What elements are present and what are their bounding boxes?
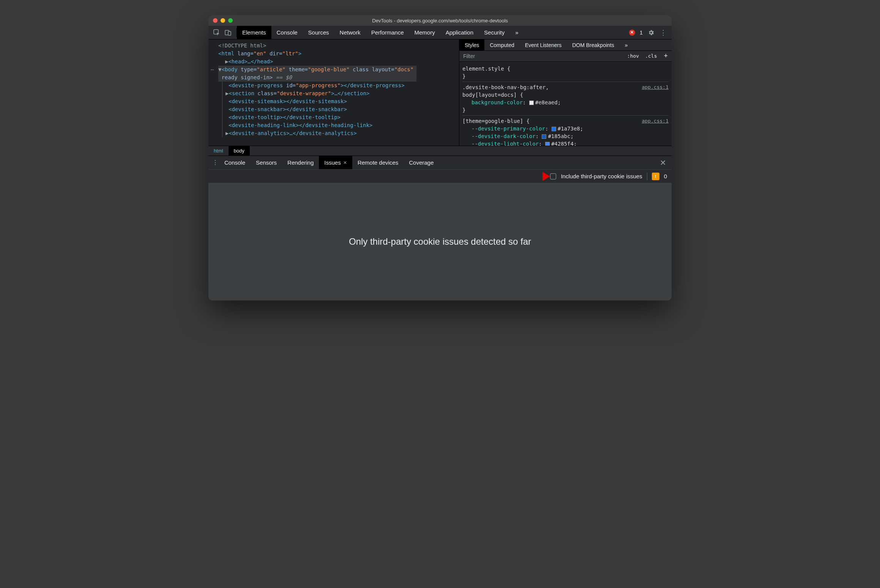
subtab-computed[interactable]: Computed	[484, 39, 520, 50]
titlebar: DevTools - developers.google.com/web/too…	[208, 15, 672, 26]
elements-panel: <!DOCTYPE html> <html lang="en" dir="ltr…	[208, 39, 672, 146]
style-rules[interactable]: element.style {} app.css:1 .devsite-book…	[459, 62, 672, 146]
close-drawer-icon[interactable]: ✕	[658, 158, 669, 167]
style-rule[interactable]: element.style {}	[462, 63, 669, 82]
subtab-styles[interactable]: Styles	[459, 39, 484, 50]
source-link[interactable]: app.css:1	[642, 83, 669, 91]
include-third-party-label[interactable]: Include third-party cookie issues	[561, 173, 642, 179]
dom-doctype[interactable]: <!DOCTYPE html>	[218, 42, 266, 49]
error-badge-icon[interactable]: ✕	[629, 30, 635, 36]
tab-security[interactable]: Security	[479, 26, 510, 39]
drawer-tab-coverage[interactable]: Coverage	[404, 156, 439, 169]
device-toggle-icon[interactable]	[224, 29, 232, 36]
tab-sources[interactable]: Sources	[303, 26, 334, 39]
drawer-tab-bar: ⋮ Console Sensors Rendering Issues✕ Remo…	[208, 156, 672, 169]
window-title: DevTools - developers.google.com/web/too…	[208, 18, 672, 24]
drawer-tab-remote-devices[interactable]: Remote devices	[352, 156, 404, 169]
drawer-tab-console[interactable]: Console	[219, 156, 251, 169]
issues-toolbar: Include third-party cookie issues ! 0	[208, 169, 672, 183]
main-tab-bar: Elements Console Sources Network Perform…	[208, 26, 672, 39]
include-third-party-checkbox[interactable]	[550, 173, 556, 179]
close-tab-icon[interactable]: ✕	[343, 160, 347, 165]
issues-empty-message: Only third-party cookie issues detected …	[349, 236, 531, 247]
style-rule[interactable]: app.css:1 .devsite-book-nav-bg:after, bo…	[462, 82, 669, 116]
dom-node[interactable]: <devsite-snackbar></devsite-snackbar>	[229, 106, 347, 112]
source-link[interactable]: app.css:1	[642, 117, 669, 125]
dom-node[interactable]: <devsite-sitemask></devsite-sitemask>	[229, 98, 347, 104]
tab-network[interactable]: Network	[334, 26, 366, 39]
warning-icon[interactable]: !	[652, 173, 659, 180]
tab-memory[interactable]: Memory	[409, 26, 440, 39]
styles-filter-row: Filter :hov .cls +	[459, 51, 672, 61]
drawer-tab-rendering[interactable]: Rendering	[282, 156, 319, 169]
dom-node[interactable]: <devsite-tooltip></devsite-tooltip>	[229, 114, 341, 120]
style-rule[interactable]: app.css:1 [theme=google-blue] { --devsit…	[462, 116, 669, 146]
crumb-body[interactable]: body	[229, 146, 250, 156]
color-swatch-icon[interactable]	[552, 127, 556, 131]
dom-body-selected[interactable]: ▼<body type="article" theme="google-blue…	[218, 66, 416, 82]
devtools-window: DevTools - developers.google.com/web/too…	[208, 15, 672, 300]
kebab-menu-icon[interactable]: ⋮	[659, 29, 667, 36]
error-count[interactable]: 1	[640, 29, 643, 36]
new-style-rule-icon[interactable]: +	[660, 52, 672, 60]
hov-toggle[interactable]: :hov	[624, 53, 642, 59]
styles-filter-input[interactable]: Filter	[459, 53, 624, 59]
tab-elements[interactable]: Elements	[237, 26, 271, 39]
styles-panel: Styles Computed Event Listeners DOM Brea…	[459, 39, 672, 146]
tabs-overflow-icon[interactable]: »	[510, 26, 524, 39]
dom-head[interactable]: <head>…</head>	[228, 58, 273, 64]
cls-toggle[interactable]: .cls	[642, 53, 660, 59]
main-tabs: Elements Console Sources Network Perform…	[237, 26, 524, 39]
settings-gear-icon[interactable]	[647, 29, 655, 36]
drawer-tab-issues[interactable]: Issues✕	[319, 156, 352, 169]
tab-console[interactable]: Console	[271, 26, 303, 39]
breadcrumb: html body	[208, 146, 672, 156]
color-swatch-icon[interactable]	[529, 101, 534, 105]
color-swatch-icon[interactable]	[545, 142, 550, 146]
styles-subtabs: Styles Computed Event Listeners DOM Brea…	[459, 39, 672, 51]
dom-node[interactable]: <devsite-heading-link></devsite-heading-…	[229, 122, 372, 128]
tab-application[interactable]: Application	[440, 26, 479, 39]
inspect-icon[interactable]	[213, 29, 221, 36]
issues-count: 0	[664, 173, 667, 179]
drawer-kebab-icon[interactable]: ⋮	[211, 159, 219, 166]
selection-dots-icon: ⋯	[211, 66, 214, 74]
subtab-event-listeners[interactable]: Event Listeners	[520, 39, 567, 50]
subtab-dom-breakpoints[interactable]: DOM Breakpoints	[567, 39, 619, 50]
color-swatch-icon[interactable]	[542, 134, 546, 139]
issues-body: Only third-party cookie issues detected …	[208, 183, 672, 300]
annotation-arrow-icon	[531, 170, 550, 182]
tab-performance[interactable]: Performance	[366, 26, 409, 39]
drawer-tab-sensors[interactable]: Sensors	[251, 156, 282, 169]
svg-rect-2	[228, 31, 231, 35]
crumb-html[interactable]: html	[208, 146, 229, 156]
dom-tree[interactable]: <!DOCTYPE html> <html lang="en" dir="ltr…	[208, 39, 459, 146]
subtabs-overflow-icon[interactable]: »	[620, 39, 633, 50]
